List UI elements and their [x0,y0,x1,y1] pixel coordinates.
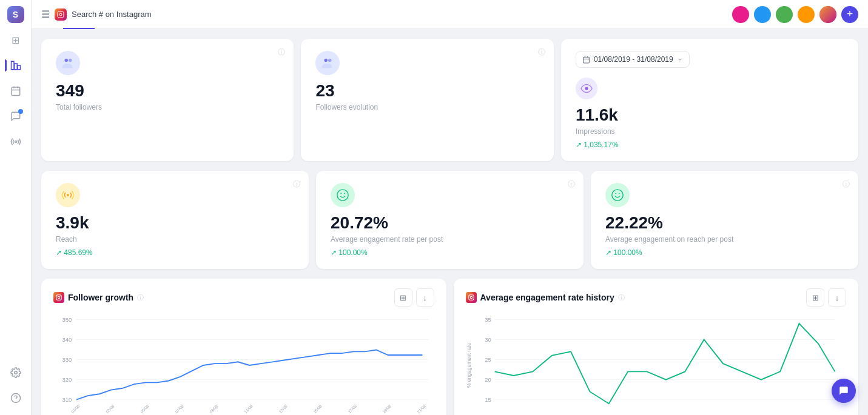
svg-point-18 [328,59,332,62]
svg-text:320: 320 [62,376,72,383]
sidebar-item-help[interactable] [5,387,27,409]
avatar-2[interactable] [754,6,771,23]
add-button[interactable]: + [841,6,858,23]
svg-text:20: 20 [485,376,491,383]
engagement-icon-wrap-1 [331,183,355,207]
fab-chat-button[interactable] [832,379,856,403]
svg-text:350: 350 [62,316,72,323]
engagement-history-download-btn[interactable]: ↓ [828,288,846,307]
sidebar-item-settings[interactable] [5,362,27,383]
sidebar-item-calendar[interactable] [5,80,27,102]
chat-notification-dot [18,109,23,114]
avg-engagement-per-post-label: Average engagement rate per post [331,235,569,244]
svg-text:17/08: 17/08 [347,403,357,414]
avg-engagement-per-post-value: 20.72% [331,214,569,231]
sidebar-bottom [5,362,27,409]
sidebar-item-grid[interactable]: ⊞ [5,29,27,51]
reach-label: Reach [56,235,294,244]
topbar-right: + [732,6,858,23]
avatar-profile[interactable] [819,6,836,23]
avg-engagement-per-post-card: 20.72% Average engagement rate per post … [316,171,584,269]
date-range-text: 01/08/2019 - 31/08/2019 [594,55,673,64]
svg-rect-11 [58,12,64,18]
svg-text:330: 330 [62,356,72,363]
svg-point-16 [69,59,72,62]
followers-icon-wrap [56,51,80,75]
engagement-history-header: Average engagement rate history ⓘ ⊞ ↓ [466,288,847,307]
app-logo[interactable]: S [7,6,24,23]
avg-engagement-info-1[interactable]: ⓘ [568,179,575,190]
followers-evolution-card: 23 Followers evolution ⓘ [301,39,553,161]
avg-engagement-info-2[interactable]: ⓘ [843,179,850,190]
engagement-history-actions: ⊞ ↓ [806,288,846,307]
svg-point-13 [62,12,62,13]
follower-growth-info[interactable]: ⓘ [137,293,144,302]
svg-point-28 [612,190,623,201]
svg-text:07/08: 07/08 [174,403,184,414]
svg-point-56 [470,296,472,298]
reach-card: 3.9k Reach ↗ 485.69% ⓘ [41,171,309,269]
reach-icon-wrap [56,183,80,207]
date-range-picker[interactable]: 01/08/2019 - 31/08/2019 [576,51,690,68]
followers-evolution-label: Followers evolution [315,103,539,111]
total-followers-info[interactable]: ⓘ [278,47,285,58]
impressions-icon-wrap [576,78,597,99]
svg-text:% engagement rate: % engagement rate [466,343,472,388]
reach-info[interactable]: ⓘ [293,179,300,190]
svg-text:19/08: 19/08 [382,403,392,414]
topbar-wrapper: ☰ Search # on Instagram + [32,0,868,29]
svg-text:340: 340 [62,336,72,343]
metrics-row-1: 349 Total followers ⓘ 23 Followers evolu… [41,39,858,161]
engagement-history-info[interactable]: ⓘ [618,293,625,302]
total-followers-card: 349 Total followers ⓘ [41,39,294,161]
follower-growth-header: Follower growth ⓘ ⊞ ↓ [53,288,434,307]
follower-growth-body: 350 340 330 320 310 01/08 03/08 05/08 0 [53,314,434,415]
menu-icon[interactable]: ☰ [41,8,50,20]
svg-rect-1 [14,64,17,70]
content-area: 349 Total followers ⓘ 23 Followers evolu… [32,29,868,415]
impressions-change: ↗ 1,035.17% [576,141,844,149]
engagement-rate-history-chart: Average engagement rate history ⓘ ⊞ ↓ [454,279,859,415]
avatar-3[interactable] [776,6,793,23]
engagement-icon-wrap-2 [605,183,630,207]
follower-growth-chart: Follower growth ⓘ ⊞ ↓ [41,279,446,415]
svg-point-32 [58,296,59,298]
svg-point-24 [67,194,69,196]
follower-growth-grid-btn[interactable]: ⊞ [394,288,412,307]
instagram-icon [55,8,67,21]
svg-point-33 [60,296,61,296]
avg-engagement-reach-change: ↗ 100.00% [605,248,844,257]
metrics-row-2: 3.9k Reach ↗ 485.69% ⓘ 20.72% Average en… [41,171,858,269]
sidebar-item-broadcast[interactable] [5,131,27,153]
impressions-value: 11.6k [576,107,844,124]
followers-evo-icon-wrap [315,51,340,75]
avatar-1[interactable] [732,6,749,23]
svg-point-23 [585,87,588,90]
svg-text:15: 15 [485,396,491,403]
svg-text:01/08: 01/08 [70,403,81,414]
svg-text:11/08: 11/08 [243,403,254,414]
follower-growth-title: Follower growth [68,293,133,302]
reach-change: ↗ 485.69% [56,248,294,257]
svg-text:35: 35 [485,316,491,323]
avatar-4[interactable] [798,6,815,23]
svg-text:13/08: 13/08 [278,403,288,414]
svg-text:310: 310 [62,396,72,403]
svg-point-15 [65,59,69,62]
engagement-history-title: Average engagement rate history [480,293,614,302]
total-followers-value: 349 [56,82,279,99]
engagement-history-grid-btn[interactable]: ⊞ [806,288,824,307]
followers-evolution-info[interactable]: ⓘ [538,47,545,58]
sidebar-item-analytics[interactable] [5,55,27,76]
sidebar-item-chat[interactable] [5,105,27,127]
svg-text:21/08: 21/08 [416,403,426,414]
engagement-history-body: 35 30 25 20 15 % engagement rate [466,314,847,415]
follower-growth-download-btn[interactable]: ↓ [416,288,434,307]
svg-rect-55 [468,295,473,300]
svg-point-17 [325,59,328,62]
svg-rect-0 [11,61,14,70]
main-area: ☰ Search # on Instagram + [32,0,868,415]
svg-text:30: 30 [485,336,491,343]
svg-point-14 [819,6,836,23]
avg-engagement-reach-label: Average engagement on reach per post [605,235,844,244]
